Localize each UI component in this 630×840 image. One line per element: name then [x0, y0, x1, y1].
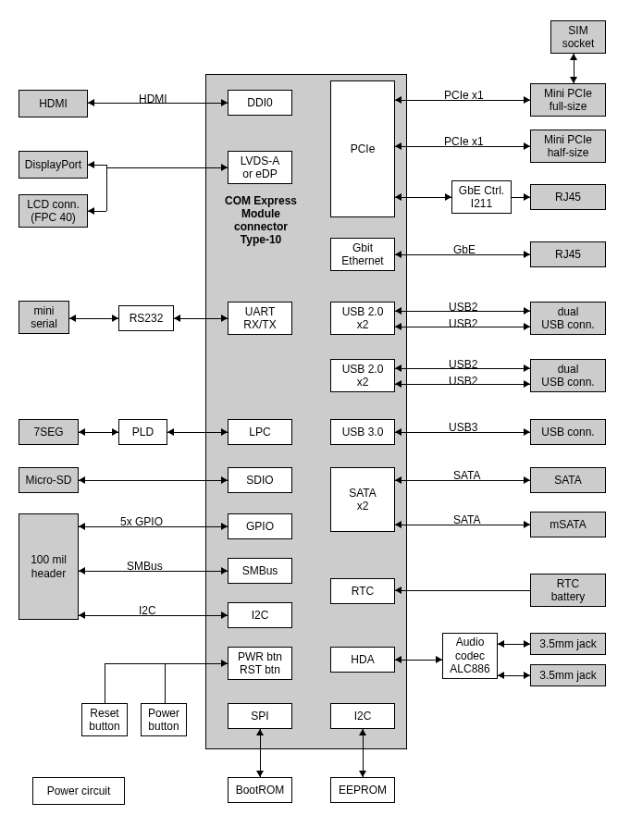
arrow-icon: [524, 521, 530, 528]
arrow-icon: [395, 193, 401, 201]
conn-line: [105, 663, 105, 703]
gpio-label: 5x GPIO: [120, 515, 163, 528]
conn-line: [395, 590, 530, 591]
sdio-box: SDIO: [228, 467, 292, 493]
arrow-icon: [174, 315, 180, 322]
smbus-box: SMBus: [228, 558, 292, 584]
arrow-icon: [395, 521, 401, 528]
hda-box: HDA: [330, 647, 395, 673]
conn-line: [165, 663, 166, 703]
msata-ext: mSATA: [530, 512, 606, 537]
arrow-icon: [221, 315, 228, 322]
power-circuit: Power circuit: [32, 777, 125, 805]
power-button: Power button: [141, 703, 187, 736]
microsd-ext: Micro-SD: [19, 467, 79, 493]
arrow-icon: [359, 729, 366, 735]
conn-line: [105, 663, 228, 664]
pcie-box: PCIe: [330, 80, 395, 217]
bootrom-box: BootROM: [228, 777, 292, 803]
arrow-icon: [445, 193, 451, 201]
sata-label2: SATA: [453, 513, 481, 526]
rj45b-ext: RJ45: [530, 241, 606, 267]
arrow-icon: [79, 523, 85, 530]
rtc-box: RTC: [330, 578, 395, 604]
pcie-x1b-label: PCIe x1: [444, 135, 484, 148]
arrow-icon: [395, 323, 401, 330]
gbe-label: GbE: [453, 243, 476, 256]
smbus-label: SMBus: [127, 560, 163, 573]
conn-line: [79, 480, 228, 481]
arrow-icon: [395, 251, 401, 258]
arrow-icon: [524, 428, 530, 436]
arrow-icon: [524, 323, 530, 330]
rj45a-ext: RJ45: [530, 184, 606, 210]
usb3-label: USB3: [449, 421, 477, 434]
usb2-label3: USB2: [449, 358, 477, 371]
arrow-icon: [395, 656, 401, 663]
100mil-header-ext: 100 mil header: [19, 513, 79, 620]
conn-line: [174, 318, 228, 319]
alc886-box: Audio codec ALC886: [442, 633, 498, 679]
minipcie-full-ext: Mini PCIe full-size: [530, 83, 606, 117]
lvds-box: LVDS-A or eDP: [228, 151, 292, 184]
usbconn-a-ext: dual USB conn.: [530, 302, 606, 335]
arrow-icon: [256, 771, 264, 777]
arrow-icon: [395, 364, 401, 372]
arrow-icon: [88, 207, 94, 215]
arrow-icon: [112, 315, 118, 322]
arrow-icon: [167, 428, 174, 436]
conn-line: [167, 432, 228, 433]
rs232-box: RS232: [118, 305, 174, 331]
arrow-icon: [79, 611, 85, 619]
conn-line: [106, 167, 228, 168]
usbconn-b-ext: dual USB conn.: [530, 359, 606, 392]
arrow-icon: [256, 729, 264, 735]
usb2-label2: USB2: [449, 317, 477, 330]
arrow-icon: [524, 96, 530, 104]
arrow-icon: [79, 476, 85, 484]
arrow-icon: [221, 567, 228, 574]
arrow-icon: [221, 476, 228, 484]
arrow-icon: [221, 99, 228, 106]
i2c-box: I2C: [228, 602, 292, 628]
arrow-icon: [359, 771, 366, 777]
arrow-icon: [570, 77, 577, 83]
7seg-ext: 7SEG: [19, 419, 79, 445]
arrow-icon: [436, 656, 442, 663]
usb2-label4: USB2: [449, 375, 477, 388]
arrow-icon: [221, 428, 228, 436]
arrow-icon: [524, 364, 530, 372]
rtcbatt-ext: RTC battery: [530, 574, 606, 607]
sim-ext: SIM socket: [550, 20, 606, 54]
arrow-icon: [524, 672, 530, 679]
arrow-icon: [395, 142, 401, 150]
arrow-icon: [88, 99, 94, 106]
lpc-box: LPC: [228, 419, 292, 445]
arrow-icon: [524, 307, 530, 315]
arrow-icon: [221, 164, 228, 171]
arrow-icon: [524, 640, 530, 648]
ddi0-box: DDI0: [228, 90, 292, 116]
usbconn-c-ext: USB conn.: [530, 419, 606, 445]
usb20b-box: USB 2.0 x2: [330, 359, 395, 392]
arrow-icon: [524, 251, 530, 258]
jack2-ext: 3.5mm jack: [530, 664, 606, 686]
pcie-x1a-label: PCIe x1: [444, 89, 484, 102]
reset-button: Reset button: [81, 703, 128, 736]
jack1-ext: 3.5mm jack: [530, 633, 606, 655]
arrow-icon: [395, 587, 401, 594]
displayport-ext: DisplayPort: [19, 151, 88, 179]
hdmi-ext: HDMI: [19, 90, 88, 117]
gbit-box: Gbit Ethernet: [330, 238, 395, 271]
arrow-icon: [498, 640, 504, 648]
lcd-ext: LCD conn. (FPC 40): [19, 194, 88, 228]
uart-box: UART RX/TX: [228, 302, 292, 335]
arrow-icon: [221, 660, 228, 667]
arrow-icon: [79, 428, 85, 436]
arrow-icon: [69, 315, 76, 322]
arrow-icon: [524, 193, 530, 201]
arrow-icon: [88, 161, 94, 168]
gbectrl-box: GbE Ctrl. I211: [451, 180, 512, 214]
arrow-icon: [570, 54, 577, 60]
arrow-icon: [221, 523, 228, 530]
